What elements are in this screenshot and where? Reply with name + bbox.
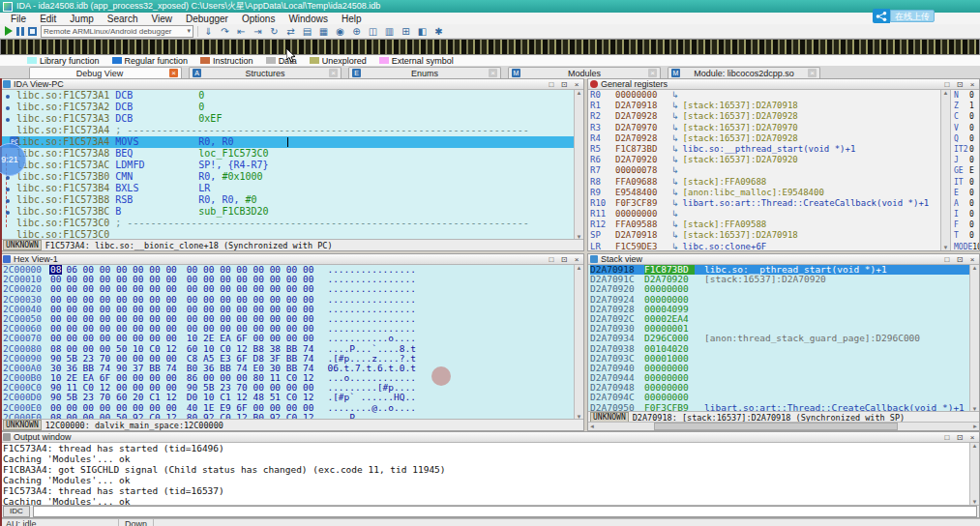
breakpoint-gutter[interactable]: PC [1,125,16,136]
vertical-scrollbar[interactable]: ▲▼ [969,443,979,505]
register-value[interactable]: D2A70918 [615,101,671,111]
flag-row[interactable]: C0 [954,111,979,122]
register-row[interactable]: R1100000000↳ [590,209,942,219]
continue-process-icon[interactable] [5,26,13,36]
close-icon[interactable]: × [572,80,581,89]
stack-trace-icon[interactable]: ▥ [383,26,396,37]
flag-row[interactable]: A0 [954,198,979,209]
register-value[interactable]: D2A70918 [615,230,671,241]
flag-row[interactable]: IT0 [954,177,979,188]
register-row[interactable]: R700000078↳ [590,165,942,176]
register-value[interactable]: D2A70928 [615,111,671,122]
register-value[interactable]: D2A70920 [615,155,671,165]
stack-view-titlebar[interactable]: Stack view □ ⊡ × [588,254,979,265]
hex-selected-byte[interactable]: 08 [49,343,62,354]
maximize-icon[interactable]: □ [547,255,556,264]
menu-item[interactable]: Edit [33,14,63,24]
breakpoint-gutter[interactable]: PC [1,90,16,102]
float-icon[interactable]: ⊡ [559,80,569,89]
share-icon[interactable] [873,9,890,23]
hex-selected-byte[interactable]: 00 [49,283,62,294]
desktop-tab[interactable]: M Modules × [508,67,661,78]
register-row[interactable]: R6D2A70920↳[stack:16537]:D2A70920 [590,155,942,165]
breakpoint-gutter[interactable]: PC [1,113,16,125]
flag-row[interactable]: Z1 [954,101,979,111]
hex-selected-byte[interactable]: 00 [49,294,62,305]
disasm-line[interactable]: PClibc.so:F1C573A3DCB0xEF [1,113,575,125]
disasm-line[interactable]: PClibc.so:F1C573C0; --------------------… [1,218,575,229]
disasm-line[interactable]: PClibc.so:F1C573B8RSBR0, R0, #0 [1,194,575,206]
idc-language-button[interactable]: IDC [3,506,30,517]
desktop-tab[interactable]: Debug View × [29,67,182,78]
register-value[interactable]: D2A70928 [615,133,671,144]
maximize-icon[interactable]: □ [942,80,952,89]
horizontal-scrollbar[interactable]: ◄ ► [588,422,979,430]
register-row[interactable]: R4D2A70928↳[stack:16537]:D2A70928 [590,133,942,144]
register-row[interactable]: R8FFA09688↳[stack]:FFA09688 [590,177,942,188]
breakpoints-window-icon[interactable]: ◉ [334,26,346,37]
run-until-return-icon[interactable]: ⇤ [235,26,248,37]
menu-item[interactable]: Help [335,14,369,24]
hex-row[interactable]: 2C000700000 00 00 00 00 00 0010 2E EA 6F… [3,334,575,343]
close-icon[interactable]: × [967,433,977,442]
register-value[interactable]: E9548400 [615,188,671,198]
menu-item[interactable]: Options [235,14,282,24]
desktop-tab[interactable]: E Enums × [348,67,501,78]
hex-selected-byte[interactable]: 00 [49,333,62,343]
step-over-icon[interactable]: ↷ [219,26,231,37]
menu-item[interactable]: View [145,14,180,24]
step-into-icon[interactable]: ⇓ [202,26,215,37]
breakpoint-gutter[interactable]: PC [1,102,16,113]
breakpoint-gutter[interactable]: PC [1,194,16,206]
menu-item[interactable]: Debugger [179,14,235,24]
menu-item[interactable]: Search [101,14,145,24]
switch-thread-icon[interactable]: ⇄ [284,26,297,37]
float-icon[interactable]: ⊡ [955,80,965,89]
maximize-icon[interactable]: □ [942,433,952,442]
breakpoint-gutter[interactable]: PC [1,218,16,229]
breakpoint-dot-icon[interactable] [6,106,10,110]
register-value[interactable]: F1C873BD [615,144,671,155]
tab-close-icon[interactable]: × [169,69,178,77]
float-icon[interactable]: ⊡ [955,433,965,442]
tab-close-icon[interactable]: × [648,69,657,77]
register-value[interactable]: F0F3CF89 [615,198,671,209]
register-value[interactable]: FFA09688 [615,177,671,188]
flag-row[interactable]: GEE [954,165,979,176]
flag-row[interactable]: T0 [954,230,979,241]
disasm-line[interactable]: PClibc.so:F1C573BCBsub_F1CB3D20 [1,206,575,218]
disasm-line[interactable]: PClibc.so:F1C573B4BXLSLR [1,183,575,194]
disasm-line[interactable]: PClibc.so:F1C573A4MOVSR0, R0 [1,136,575,148]
register-row[interactable]: LRF1C59DE3↳libc.so:clone+6F [590,242,942,250]
register-value[interactable]: FFA09588 [615,219,671,230]
close-icon[interactable]: × [572,255,581,264]
breakpoint-gutter[interactable]: PC [1,206,16,218]
register-value[interactable]: D2A70970 [615,123,671,133]
register-row[interactable]: R9E9548400↳[anon:libc_malloc]:E9548400 [590,188,942,198]
command-line-input[interactable] [33,506,977,517]
register-value[interactable]: F1C59DE3 [615,242,671,250]
vertical-scrollbar[interactable]: ▲▼ [574,90,583,240]
pause-process-icon[interactable] [16,27,24,36]
register-row[interactable]: R10F0F3CF89↳libart.so:art::Thread::Creat… [590,198,942,209]
vertical-scrollbar[interactable]: ▲▼ [969,265,979,412]
hex-selected-byte[interactable]: 00 [49,402,62,413]
tab-close-icon[interactable]: × [808,69,817,77]
upload-button[interactable]: 在线上传 [890,10,935,22]
breakpoint-dot-icon[interactable] [6,95,10,99]
flag-row[interactable]: E0 [954,188,979,198]
hex-view-titlebar[interactable]: Hex View-1 □ ⊡ × [1,254,583,265]
run-to-cursor-icon[interactable]: ⇥ [252,26,264,37]
breakpoint-dot-icon[interactable] [6,199,10,203]
flag-row[interactable]: F0 [954,219,979,230]
stack-value[interactable]: D296C000 [644,334,695,343]
flag-row[interactable]: I0 [954,209,979,219]
upload-widget[interactable]: 在线上传 [873,9,935,23]
maximize-icon[interactable]: □ [547,80,556,89]
stack-row[interactable]: D2A70934D296C000[anon:thread_stack_guard… [590,334,970,343]
register-value[interactable]: 00000078 [615,165,671,176]
maximize-icon[interactable]: □ [942,255,952,264]
disasm-line[interactable]: PClibc.so:F1C573ACLDMFDSP!, {R4-R7} [1,160,575,171]
hex-selected-byte[interactable]: 90 [49,392,62,402]
close-icon[interactable]: × [967,255,977,264]
